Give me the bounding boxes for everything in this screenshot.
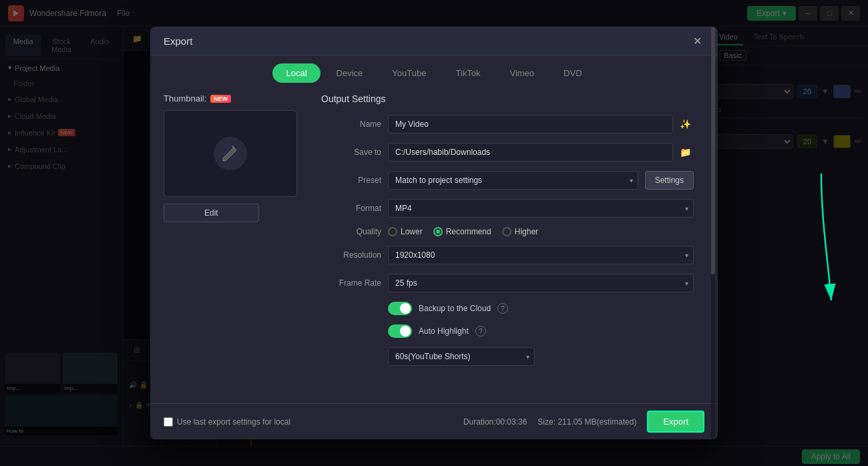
form-row-resolution: Resolution 1920x1080 ▾: [321, 246, 694, 264]
auto-highlight-knob: [400, 326, 411, 336]
modal-tab-dvd[interactable]: DVD: [550, 63, 595, 83]
output-settings-title: Output Settings: [321, 93, 694, 104]
form-row-autohighlight: Auto Highlight ?: [321, 324, 694, 338]
modal-scrollbar-thumb: [711, 27, 715, 274]
modal-tab-tiktok[interactable]: TikTok: [442, 63, 493, 83]
format-label: Format: [321, 204, 381, 213]
last-export-checkbox[interactable]: Use last export settings for local: [164, 417, 290, 427]
footer-duration: Duration:00:03:36: [463, 417, 527, 427]
settings-button[interactable]: Settings: [645, 171, 694, 190]
export-button[interactable]: Export: [647, 411, 704, 433]
radio-lower-circle: [388, 227, 397, 236]
modal-overlay: Export ✕ Local Device YouTube TikTok Vim…: [0, 0, 868, 466]
resolution-select-wrapper: 1920x1080 ▾: [388, 246, 694, 264]
browse-folder-button[interactable]: 📁: [677, 146, 694, 159]
name-field-wrapper: ✨: [388, 115, 694, 134]
form-row-format: Format MP4 ▾: [321, 199, 694, 218]
format-select[interactable]: MP4: [388, 199, 694, 218]
footer-size: Size: 211.05 MB(estimated): [537, 417, 636, 427]
radio-recommend-circle: [433, 227, 443, 236]
save-to-wrapper: 📁: [388, 143, 694, 162]
quality-options: Lower Recommend Higher: [388, 227, 538, 236]
modal-header: Export ✕: [150, 27, 718, 55]
name-label: Name: [321, 120, 381, 129]
backup-label: Backup to the Cloud: [419, 304, 491, 313]
modal-scrollbar[interactable]: [711, 27, 715, 439]
backup-help-icon[interactable]: ?: [497, 303, 508, 314]
modal-tab-youtube[interactable]: YouTube: [379, 63, 439, 83]
auto-highlight-label: Auto Highlight: [419, 326, 469, 336]
modal-footer: Use last export settings for local Durat…: [150, 403, 718, 439]
quality-recommend[interactable]: Recommend: [433, 227, 491, 236]
auto-highlight-toggle[interactable]: [388, 324, 412, 338]
form-row-framerate: Frame Rate 25 fps ▾: [321, 274, 694, 292]
thumbnail-preview: [164, 110, 297, 197]
resolution-select[interactable]: 1920x1080: [388, 246, 694, 264]
youtube-shorts-wrapper: 60s(YouTube Shorts) ▾: [388, 347, 535, 366]
auto-highlight-help-icon[interactable]: ?: [475, 326, 486, 336]
form-row-quality: Quality Lower Recommend Higher: [321, 227, 694, 236]
modal-tabs: Local Device YouTube TikTok Vimeo DVD: [150, 55, 718, 83]
edit-pencil-icon: [220, 144, 240, 164]
teal-arrow-annotation: [795, 167, 848, 314]
modal-title: Export: [164, 35, 192, 47]
quality-recommend-label: Recommend: [446, 227, 491, 236]
modal-tab-device[interactable]: Device: [323, 63, 377, 83]
last-export-check[interactable]: [164, 417, 173, 427]
radio-higher-circle: [502, 227, 511, 236]
form-row-preset: Preset Match to project settings ▾ Setti…: [321, 171, 694, 190]
format-select-wrapper: MP4 ▾: [388, 199, 694, 218]
output-settings: Output Settings Name ✨ Save to 📁: [310, 93, 704, 393]
frame-rate-label: Frame Rate: [321, 278, 381, 288]
youtube-shorts-row: 60s(YouTube Shorts) ▾: [388, 347, 694, 366]
backup-toggle-knob: [400, 303, 411, 314]
modal-body: Thumbnail: NEW Edit Output Settings: [150, 83, 718, 403]
resolution-label: Resolution: [321, 250, 381, 260]
save-to-label: Save to: [321, 148, 381, 157]
preset-select[interactable]: Match to project settings: [388, 171, 638, 190]
edit-thumbnail-button[interactable]: Edit: [164, 204, 259, 222]
form-row-name: Name ✨: [321, 115, 694, 134]
youtube-shorts-select[interactable]: 60s(YouTube Shorts): [388, 347, 535, 366]
preset-select-wrapper: Match to project settings ▾: [388, 171, 638, 190]
quality-label: Quality: [321, 227, 381, 236]
form-row-backup: Backup to the Cloud ?: [321, 302, 694, 315]
preset-label: Preset: [321, 176, 381, 185]
export-modal: Export ✕ Local Device YouTube TikTok Vim…: [150, 27, 718, 439]
thumbnail-section: Thumbnail: NEW Edit: [164, 93, 310, 393]
modal-close-button[interactable]: ✕: [690, 33, 704, 48]
quality-lower[interactable]: Lower: [388, 227, 423, 236]
badge-new: NEW: [210, 95, 231, 103]
thumbnail-label: Thumbnail: NEW: [164, 93, 231, 103]
ai-name-button[interactable]: ✨: [677, 118, 694, 131]
thumbnail-preview-icon: [214, 137, 247, 170]
modal-tab-local[interactable]: Local: [272, 63, 320, 83]
save-to-input[interactable]: [388, 143, 673, 162]
quality-higher-label: Higher: [515, 227, 538, 236]
quality-higher[interactable]: Higher: [502, 227, 538, 236]
frame-rate-select-wrapper: 25 fps ▾: [388, 274, 694, 292]
frame-rate-select[interactable]: 25 fps: [388, 274, 694, 292]
form-row-save-to: Save to 📁: [321, 143, 694, 162]
name-input[interactable]: [388, 115, 673, 134]
backup-toggle[interactable]: [388, 302, 412, 315]
modal-tab-vimeo[interactable]: Vimeo: [496, 63, 548, 83]
quality-lower-label: Lower: [401, 227, 423, 236]
